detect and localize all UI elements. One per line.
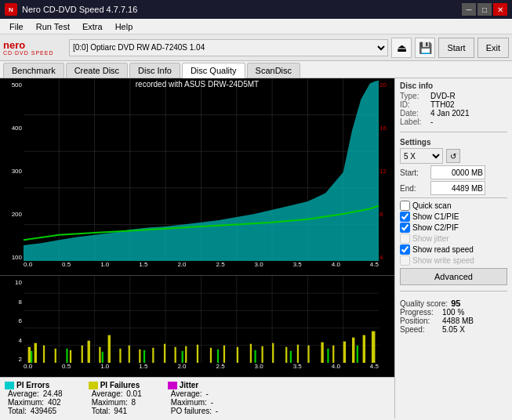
id-label: ID: <box>400 100 427 109</box>
pif-avg-value: 0.01 <box>126 389 141 398</box>
lower-x-axis: 0.0 0.5 1.0 1.5 2.0 2.5 3.0 3.5 4.0 4.5 <box>24 363 379 377</box>
settings-section: Settings 5 X 1 X 2 X 4 X 8 X Max ↺ Start… <box>400 138 507 285</box>
upper-yr-20: 20 <box>379 81 394 89</box>
quality-value: 95 <box>451 299 460 308</box>
tab-benchmark[interactable]: Benchmark <box>3 63 64 78</box>
tab-disc-quality[interactable]: Disc Quality <box>182 63 245 78</box>
x-3.0: 3.0 <box>255 261 263 275</box>
svg-rect-68 <box>357 346 358 363</box>
save-icon[interactable]: 💾 <box>415 38 435 58</box>
show-c2pif-checkbox[interactable] <box>400 223 410 233</box>
disc-info-title: Disc info <box>400 81 507 90</box>
jit-color <box>168 382 177 389</box>
label-label: Label: <box>400 118 427 126</box>
x-4.5: 4.5 <box>370 261 379 275</box>
drive-dropdown[interactable]: [0:0] Optiarc DVD RW AD-7240S 1.04 <box>69 39 388 56</box>
svg-rect-63 <box>182 351 183 363</box>
label-value: - <box>430 118 433 126</box>
legend-jitter: Jitter Average: - Maximum: - PO failures… <box>168 381 218 415</box>
svg-rect-43 <box>197 345 198 363</box>
po-failures-value: - <box>216 407 218 415</box>
svg-rect-46 <box>237 347 238 363</box>
show-c1pie-checkbox[interactable] <box>400 212 410 222</box>
show-c1pie-row: Show C1/PIE <box>400 212 507 222</box>
pif-label: PI Failures <box>100 381 140 389</box>
show-jitter-checkbox <box>400 234 410 244</box>
svg-rect-38 <box>139 349 140 363</box>
show-jitter-label: Show jitter <box>412 234 449 243</box>
svg-rect-31 <box>70 350 71 363</box>
divider-settings-results <box>400 291 507 291</box>
quick-scan-checkbox[interactable] <box>400 201 410 211</box>
jit-avg-value: - <box>205 389 208 398</box>
upper-yr-16: 16 <box>379 125 394 132</box>
pif-total-value: 941 <box>114 407 127 415</box>
show-write-speed-label: Show write speed <box>412 256 474 265</box>
svg-rect-62 <box>143 350 145 363</box>
close-button[interactable]: ✕ <box>493 3 507 16</box>
minimize-button[interactable]: ─ <box>462 3 476 16</box>
pie-avg-label: Average: <box>8 389 39 398</box>
svg-rect-28 <box>34 343 37 363</box>
maximize-button[interactable]: □ <box>478 3 492 16</box>
show-jitter-row: Show jitter <box>400 234 507 244</box>
menu-runtest[interactable]: Run Test <box>30 20 76 33</box>
app-icon: N <box>5 3 17 16</box>
disc-info-section: Disc info Type: DVD-R ID: TTH02 Date: 4 … <box>400 81 507 126</box>
speed-select[interactable]: 5 X 1 X 2 X 4 X 8 X Max <box>400 148 443 164</box>
lx-3.0: 3.0 <box>255 363 263 377</box>
svg-rect-40 <box>164 344 165 363</box>
lx-3.5: 3.5 <box>293 363 302 377</box>
start-input[interactable] <box>430 165 485 179</box>
jit-avg-label: Average: <box>171 389 202 398</box>
tab-scan-disc[interactable]: ScanDisc <box>247 63 300 78</box>
tab-disc-info[interactable]: Disc Info <box>129 63 180 78</box>
tab-bar: Benchmark Create Disc Disc Info Disc Qua… <box>0 61 512 78</box>
x-3.5: 3.5 <box>293 261 302 275</box>
upper-x-axis: 0.0 0.5 1.0 1.5 2.0 2.5 3.0 3.5 4.0 4.5 <box>24 261 379 275</box>
show-read-speed-checkbox[interactable] <box>400 244 410 255</box>
drive-selector: [0:0] Optiarc DVD RW AD-7240S 1.04 <box>69 39 388 56</box>
jit-label: Jitter <box>180 381 198 389</box>
eject-icon[interactable]: ⏏ <box>391 38 412 58</box>
legend-pi-errors: PI Errors Average: 24.48 Maximum: 402 To… <box>5 381 63 415</box>
lower-chart: 10 8 6 4 2 <box>0 275 394 377</box>
svg-rect-34 <box>99 347 100 363</box>
svg-rect-50 <box>285 347 287 363</box>
svg-rect-51 <box>297 345 299 363</box>
x-2.0: 2.0 <box>177 261 186 275</box>
end-input[interactable] <box>430 181 485 195</box>
date-label: Date: <box>400 109 427 118</box>
show-read-speed-label: Show read speed <box>412 245 474 254</box>
settings-refresh-icon[interactable]: ↺ <box>446 149 460 163</box>
lower-y-10: 10 <box>0 279 24 286</box>
quick-scan-label: Quick scan <box>412 201 451 210</box>
advanced-button[interactable]: Advanced <box>400 268 507 285</box>
legend: PI Errors Average: 24.48 Maximum: 402 To… <box>0 377 394 418</box>
chart-title: recorded with ASUS DRW-24D5MT <box>136 80 259 89</box>
upper-y-200: 200 <box>0 211 24 218</box>
svg-rect-54 <box>332 346 334 363</box>
svg-rect-53 <box>321 342 323 363</box>
svg-rect-41 <box>175 347 176 363</box>
lx-2.5: 2.5 <box>216 363 224 377</box>
settings-title: Settings <box>400 138 507 147</box>
start-button[interactable]: Start <box>438 38 474 58</box>
divider-settings-checks <box>400 197 507 198</box>
svg-rect-36 <box>119 349 121 363</box>
pif-color <box>89 382 98 389</box>
svg-rect-35 <box>108 335 111 363</box>
menu-help[interactable]: Help <box>109 20 140 33</box>
upper-chart: 500 400 300 200 100 20 16 12 8 4 <box>0 78 394 275</box>
exit-button[interactable]: Exit <box>478 38 509 58</box>
menu-file[interactable]: File <box>3 20 30 33</box>
x-1.0: 1.0 <box>100 261 109 275</box>
svg-rect-49 <box>272 343 274 363</box>
lx-1.0: 1.0 <box>100 363 109 377</box>
right-panel: Disc info Type: DVD-R ID: TTH02 Date: 4 … <box>394 78 512 418</box>
x-1.5: 1.5 <box>139 261 147 275</box>
tab-create-disc[interactable]: Create Disc <box>66 63 128 78</box>
menu-extra[interactable]: Extra <box>76 20 109 33</box>
x-4.0: 4.0 <box>332 261 340 275</box>
pie-total-label: Total: <box>8 407 27 415</box>
